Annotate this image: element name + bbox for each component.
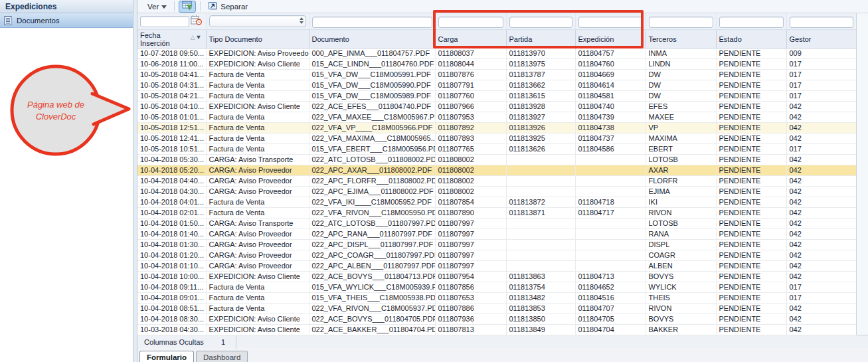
cell-terceros: LOTOSB	[646, 155, 716, 165]
cell-carga: 011807997	[435, 229, 506, 240]
filter-view-button[interactable]	[179, 1, 196, 13]
cell-carga: 011807893	[435, 134, 506, 144]
separate-button[interactable]: Separar	[205, 0, 251, 13]
filter-input-partida[interactable]	[509, 17, 572, 28]
view-menu-button[interactable]: Ver	[144, 2, 170, 11]
filter-input-documento[interactable]	[312, 17, 432, 28]
cell-terceros: ALBEN	[646, 261, 716, 272]
table-row[interactable]: 10-06-2018 11:00...EXPEDICION: Aviso Cli…	[137, 59, 856, 70]
filter-input-estado[interactable]	[719, 17, 784, 28]
sort-asc-icon[interactable]: △	[191, 34, 196, 41]
sidebar-splitter[interactable]	[133, 0, 137, 362]
table-row[interactable]: 10-04-2018 01:50...CARGA: Aviso Transpor…	[137, 219, 856, 229]
table-row[interactable]: 10-03-2018 04:30...EXPEDICION: Aviso Cli…	[137, 325, 856, 335]
status-bar: Columnas Ocultas 1	[137, 335, 868, 348]
grid-right-gutter	[856, 13, 868, 335]
filter-input-gestor[interactable]	[790, 17, 853, 28]
filter-input-terceros[interactable]	[649, 17, 713, 28]
table-row[interactable]: 10-05-2018 04:10...EXPEDICION: Aviso Cli…	[137, 102, 856, 112]
table-row[interactable]: 10-04-2018 04:30...CARGA: Aviso Proveedo…	[137, 187, 856, 197]
sort-desc-icon[interactable]: ▼	[196, 34, 203, 41]
cell-estado: PENDIENTE	[716, 282, 786, 293]
cell-carga: 011807997	[435, 250, 506, 261]
cell-documento: 022_APC_AXAR___011808002.PDF	[309, 165, 435, 176]
table-row[interactable]: 10-07-2018 09:50...EXPEDICION: Aviso Pro…	[137, 48, 856, 59]
filter-select-tipo[interactable]	[209, 15, 306, 27]
cell-partida: 011813615	[506, 91, 575, 102]
cell-tipo: CARGA: Aviso Transporte	[206, 219, 309, 229]
table-row[interactable]: 10-05-2018 10:51...Factura de Venta015_V…	[137, 144, 856, 155]
cell-carga: 011807966	[435, 102, 506, 112]
table-row[interactable]: 10-05-2018 12:51...Factura de Venta022_V…	[137, 123, 856, 134]
cell-fecha: 10-04-2018 08:30...	[137, 314, 206, 325]
tab-dashboard[interactable]: Dashboard	[196, 351, 248, 362]
select-stepper-icon	[300, 17, 304, 24]
filter-cell-tipo	[206, 13, 309, 30]
cell-tipo: Factura de Venta	[206, 123, 309, 134]
filter-input-carga[interactable]	[438, 17, 503, 28]
column-header-fecha[interactable]: Fecha Inserción△▼	[137, 30, 206, 48]
cell-documento: 022_VFA_MAXIMA___C18M005965....	[309, 134, 435, 144]
table-row[interactable]: 10-05-2018 01:01...Factura de Venta022_V…	[137, 112, 856, 123]
column-header-expedicion[interactable]: Expedición	[575, 30, 646, 48]
cell-estado: PENDIENTE	[716, 176, 786, 187]
table-row[interactable]: 10-05-2018 04:41...Factura de Venta015_V…	[137, 70, 856, 80]
column-header-terceros[interactable]: Terceros	[646, 30, 716, 48]
filter-input-expedicion[interactable]	[578, 17, 643, 28]
cell-gestor: 042	[786, 314, 856, 325]
table-row[interactable]: 10-04-2018 05:20...CARGA: Aviso Proveedo…	[137, 165, 856, 176]
column-header-partida[interactable]: Partida	[506, 30, 575, 48]
column-header-documento[interactable]: Documento	[309, 30, 435, 48]
filter-cell-carga	[435, 13, 506, 30]
table-row[interactable]: 10-04-2018 09:01...Factura de Venta015_V…	[137, 293, 856, 304]
cell-partida: 011813970	[506, 48, 575, 59]
table-row[interactable]: 10-04-2018 02:01...Factura de Venta022_V…	[137, 208, 856, 219]
cell-fecha: 10-05-2018 04:21...	[137, 91, 206, 102]
cell-tipo: EXPEDICION: Aviso Cliente	[206, 272, 309, 282]
table-row[interactable]: 10-04-2018 10:00...EXPEDICION: Aviso Cli…	[137, 272, 856, 282]
column-header-gestor[interactable]: Gestor	[786, 30, 856, 48]
cell-documento: 022_VFA_RIVON___C18M005950.PDF	[309, 208, 435, 219]
annotation-text-line2: CloverDoc	[36, 112, 76, 122]
cell-documento: 022_ACE_BOVYS___011804705.PDF	[309, 314, 435, 325]
column-header-estado[interactable]: Estado	[716, 30, 786, 48]
cell-partida: 011813853	[506, 304, 575, 314]
filter-input-fecha[interactable]	[140, 16, 189, 27]
table-row[interactable]: 10-04-2018 04:40...CARGA: Aviso Proveedo…	[137, 176, 856, 187]
table-row[interactable]: 10-04-2018 01:10...CARGA: Aviso Proveedo…	[137, 261, 856, 272]
table-row[interactable]: 10-05-2018 12:41...Factura de Venta022_V…	[137, 134, 856, 144]
cell-carga: 011807997	[435, 261, 506, 272]
sidebar-item-documentos[interactable]: Documentos	[0, 13, 133, 28]
cell-expedicion: 011804586	[575, 144, 646, 155]
table-row[interactable]: 10-05-2018 04:21...Factura de Venta015_V…	[137, 91, 856, 102]
table-row[interactable]: 10-04-2018 01:40...CARGA: Aviso Proveedo…	[137, 229, 856, 240]
column-header-carga[interactable]: Carga	[435, 30, 506, 48]
cell-partida	[506, 187, 575, 197]
table-row[interactable]: 10-04-2018 08:30...EXPEDICION: Aviso Cli…	[137, 314, 856, 325]
cell-documento: 022_VFA_VP____C18M005966.PDF	[309, 123, 435, 134]
annotation-bubble: Página web de CloverDoc	[4, 62, 137, 162]
cell-tipo: CARGA: Aviso Transporte	[206, 155, 309, 165]
table-row[interactable]: 10-04-2018 01:20...CARGA: Aviso Proveedo…	[137, 250, 856, 261]
column-header-tipo[interactable]: Tipo Documento	[206, 30, 309, 48]
cell-documento: 022_APC_DISPL___011807997.PDF	[309, 240, 435, 250]
filter-cell-documento	[309, 13, 435, 30]
tab-formulario[interactable]: Formulario	[139, 351, 194, 362]
cell-terceros: BAKKER	[646, 325, 716, 335]
cell-terceros: EJIMA	[646, 187, 716, 197]
calendar-clock-icon[interactable]	[191, 15, 202, 28]
cell-fecha: 10-05-2018 04:10...	[137, 102, 206, 112]
table-row[interactable]: 10-04-2018 05:30...CARGA: Aviso Transpor…	[137, 155, 856, 165]
cell-estado: PENDIENTE	[716, 229, 786, 240]
table-row[interactable]: 10-04-2018 09:11...Factura de Venta015_V…	[137, 282, 856, 293]
table-row[interactable]: 10-05-2018 04:31...Factura de Venta015_V…	[137, 80, 856, 91]
cell-gestor: 017	[786, 293, 856, 304]
table-row[interactable]: 10-04-2018 04:01...Factura de Venta022_V…	[137, 197, 856, 208]
table-row[interactable]: 10-04-2018 08:51...Factura de Venta022_V…	[137, 304, 856, 314]
cell-tipo: EXPEDICION: Aviso Cliente	[206, 325, 309, 335]
table-row[interactable]: 10-04-2018 01:30...CARGA: Aviso Proveedo…	[137, 240, 856, 250]
cell-gestor: 017	[786, 59, 856, 70]
cell-carga: 011807791	[435, 80, 506, 91]
documents-grid: Fecha Inserción△▼Tipo DocumentoDocumento…	[137, 13, 868, 335]
view-menu-label: Ver	[147, 3, 159, 11]
